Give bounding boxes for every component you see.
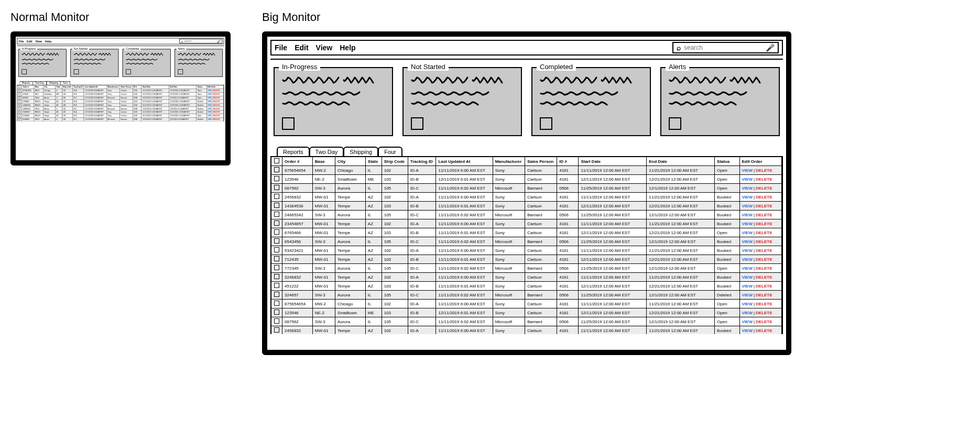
delete-link[interactable]: DELETE (756, 328, 772, 333)
card-alerts[interactable]: Alerts (660, 67, 780, 136)
delete-link[interactable]: DELETE (756, 168, 772, 173)
table-row[interactable]: 324657SW-3AuroraIL105ID-C11/11/2019 6:02… (271, 291, 782, 300)
delete-link[interactable]: DELETE (213, 115, 220, 117)
col-header[interactable]: Tracking ID (72, 85, 84, 89)
row-checkbox[interactable] (274, 247, 279, 252)
table-row[interactable]: 53423421MW-01TempeAZ102ID-A11/11/2019 6:… (271, 246, 782, 255)
table-row[interactable]: 14364536MW-01TempeAZ103ID-B11/11/2019 6:… (17, 103, 223, 107)
view-link[interactable]: VIEW (742, 311, 753, 315)
view-link[interactable]: VIEW (208, 104, 212, 106)
table-row[interactable]: 24865342SW-3AuroraIL105ID-C11/11/2019 6:… (17, 107, 223, 110)
table-row[interactable]: 875654654MW-2ChicagoIL102ID-A11/11/2019 … (271, 166, 782, 175)
table-row[interactable]: 875654654MW-2ChicagoIL102ID-A11/11/2019 … (271, 300, 782, 308)
view-link[interactable]: VIEW (742, 168, 753, 173)
col-header[interactable]: Status (715, 157, 739, 166)
col-header[interactable]: Last Updated At (84, 85, 107, 89)
row-checkbox[interactable] (274, 220, 279, 226)
col-header[interactable]: Order # (282, 157, 313, 166)
delete-link[interactable]: DELETE (213, 104, 220, 106)
view-link[interactable]: VIEW (742, 222, 753, 226)
row-checkbox[interactable] (274, 212, 279, 217)
row-checkbox[interactable] (274, 265, 279, 270)
table-row[interactable]: 451222MW-01TempeAZ103ID-B11/11/2019 6:01… (271, 282, 782, 291)
table-row[interactable]: 6765466MW-01TempeAZ103ID-B11/11/2019 6:0… (17, 114, 223, 118)
col-header[interactable]: Ship Code (62, 85, 72, 89)
search-box[interactable]: ⌕🎤 (672, 42, 779, 53)
tab-shipping[interactable]: Shipping (343, 147, 378, 156)
table-row[interactable]: 2456832MW-01TempeAZ102ID-A11/11/2019 6:0… (271, 326, 782, 335)
card-checkbox[interactable] (178, 69, 183, 74)
view-link[interactable]: VIEW (742, 302, 753, 306)
card-alerts[interactable]: Alerts (175, 49, 223, 76)
row-checkbox[interactable] (274, 310, 279, 315)
row-checkbox[interactable] (18, 118, 20, 120)
view-link[interactable]: VIEW (742, 319, 753, 324)
row-checkbox[interactable] (274, 327, 279, 333)
menu-file[interactable]: File (19, 39, 24, 42)
menu-view[interactable]: View (35, 39, 42, 42)
col-header[interactable]: ID # (557, 157, 579, 166)
delete-link[interactable]: DELETE (213, 97, 220, 99)
card-not-started[interactable]: Not Started (70, 49, 118, 76)
table-row[interactable]: 14364536MW-01TempeAZ103ID-B11/11/2019 6:… (271, 202, 782, 211)
col-header[interactable]: Base (34, 85, 43, 89)
card-checkbox[interactable] (282, 117, 295, 130)
col-header[interactable]: Last Updated At (436, 157, 493, 166)
view-link[interactable]: VIEW (742, 239, 753, 244)
view-link[interactable]: VIEW (742, 213, 753, 217)
view-link[interactable]: VIEW (742, 177, 753, 182)
search-input[interactable] (184, 40, 216, 43)
table-row[interactable]: 2456832MW-01TempeAZ102ID-A11/11/2019 6:0… (271, 193, 782, 202)
delete-link[interactable]: DELETE (756, 248, 772, 253)
table-row[interactable]: 6543456SW-3AuroraIL105ID-C11/11/2019 6:0… (17, 118, 223, 121)
col-header[interactable]: Sales Person (525, 157, 557, 166)
menu-edit[interactable]: Edit (295, 43, 308, 52)
select-all-checkbox[interactable] (18, 86, 20, 88)
delete-link[interactable]: DELETE (213, 93, 220, 95)
delete-link[interactable]: DELETE (213, 118, 220, 120)
menu-file[interactable]: File (275, 43, 287, 52)
card-not-started[interactable]: Not Started (402, 67, 522, 136)
table-row[interactable]: 123546NE-2SmalltownME103ID-B12/11/2019 6… (17, 92, 223, 96)
table-row[interactable]: 087562SW-3AuroraIL105ID-C11/11/2019 6:02… (271, 317, 782, 326)
col-header[interactable] (17, 85, 21, 89)
delete-link[interactable]: DELETE (756, 302, 772, 306)
card-checkbox[interactable] (669, 117, 681, 130)
card-checkbox[interactable] (411, 117, 423, 130)
view-link[interactable]: VIEW (742, 248, 753, 253)
view-link[interactable]: VIEW (208, 93, 212, 95)
menu-help[interactable]: Help (340, 43, 355, 52)
tab-shipping[interactable]: Shipping (47, 81, 61, 85)
delete-link[interactable]: DELETE (756, 275, 772, 280)
delete-link[interactable]: DELETE (756, 311, 772, 315)
table-row[interactable]: 087562SW-3AuroraIL105ID-C11/11/2019 6:02… (271, 184, 782, 193)
delete-link[interactable]: DELETE (756, 284, 772, 289)
col-header[interactable]: State (365, 157, 382, 166)
table-row[interactable]: 712435MW-01TempeAZ103ID-B11/11/2019 6:01… (271, 255, 782, 264)
table-row[interactable]: 6543456SW-3AuroraIL105ID-C11/11/2019 6:0… (271, 237, 782, 246)
mic-icon[interactable]: 🎤 (217, 39, 221, 42)
tab-reports[interactable]: Reports (277, 147, 310, 156)
view-link[interactable]: VIEW (742, 257, 753, 262)
col-header[interactable]: Tracking ID (408, 157, 436, 166)
delete-link[interactable]: DELETE (756, 239, 772, 244)
table-row[interactable]: 6765466MW-01TempeAZ103ID-B11/11/2019 6:0… (271, 228, 782, 237)
view-link[interactable]: VIEW (742, 186, 753, 191)
table-row[interactable]: 123546NE-2SmalltownME103ID-B12/11/2019 6… (271, 308, 782, 317)
delete-link[interactable]: DELETE (756, 204, 772, 208)
row-checkbox[interactable] (274, 185, 279, 190)
view-link[interactable]: VIEW (742, 204, 753, 208)
delete-link[interactable]: DELETE (756, 222, 772, 226)
card-completed[interactable]: Completed (531, 67, 651, 136)
col-header[interactable]: Sales Person (120, 85, 133, 89)
table-row[interactable]: 772345SW-3AuroraIL105ID-C11/11/2019 6:02… (271, 264, 782, 273)
menu-view[interactable]: View (316, 43, 333, 52)
view-link[interactable]: VIEW (742, 230, 753, 235)
card-checkbox[interactable] (21, 69, 27, 74)
mic-icon[interactable]: 🎤 (766, 43, 775, 52)
view-link[interactable]: VIEW (208, 111, 212, 113)
col-header[interactable]: City (335, 157, 366, 166)
col-header[interactable]: Start Date (141, 85, 169, 89)
col-header[interactable]: State (56, 85, 62, 89)
view-link[interactable]: VIEW (208, 115, 212, 117)
